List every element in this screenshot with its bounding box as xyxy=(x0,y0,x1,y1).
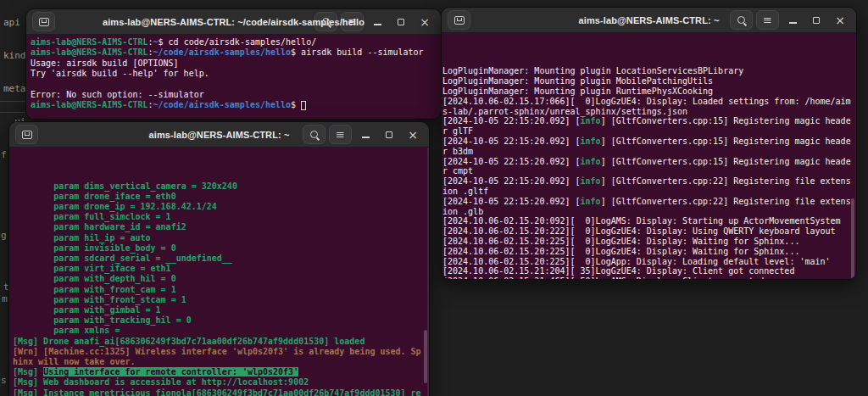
terminal-line: r cmpt xyxy=(444,166,854,176)
terminal-line: LogPluginManager: Mounting plugin Runtim… xyxy=(444,86,854,97)
terminal-line: [Msg] Drone anafi_ai[686306249f3bd7c71aa… xyxy=(13,337,427,347)
terminal-line: param invisible_body = 0 xyxy=(13,243,427,254)
terminal-line: param with_front_cam = 1 xyxy=(13,285,427,295)
hamburger-menu-icon: ≡ xyxy=(336,129,345,140)
terminal-line: param hil_ip = auto xyxy=(13,233,427,243)
terminal-line: [2024.10.06-02.15.21:465][ 50]LogAMS: Di… xyxy=(444,276,854,279)
menu-button[interactable]: ≡ xyxy=(341,12,364,31)
terminal-output[interactable]: aims-lab@NERS-AIMS-CTRL:~$ cd code/airsd… xyxy=(26,35,441,119)
new-tab-button[interactable] xyxy=(448,10,470,30)
terminal-line: Error: No such option: --simulator xyxy=(31,90,439,100)
search-icon xyxy=(322,18,330,25)
search-icon xyxy=(310,131,318,138)
terminal-line: hinx will now take over. xyxy=(13,357,427,367)
terminal-line: ion .glb xyxy=(444,207,854,217)
minimize-icon xyxy=(789,22,797,24)
terminal-line: [2024.10.06-02.15.20:225][ 0]LogGzUE4: D… xyxy=(444,237,854,247)
titlebar[interactable]: aims-lab@NERS-AIMS-CTRL: ~ ≡ × xyxy=(9,122,429,148)
terminal-line: [2024.10.06-02.15.21:204][ 35]LogGzUE4: … xyxy=(444,266,854,276)
menu-button[interactable]: ≡ xyxy=(756,10,779,30)
terminal-line: [2024-10-05 22:15:20.092] [info] [GltfCo… xyxy=(444,137,854,147)
search-icon xyxy=(737,16,745,24)
close-icon: × xyxy=(835,14,845,26)
maximize-button[interactable] xyxy=(379,125,399,144)
terminal-window-sphinx-logs: aims-lab@NERS-AIMS-CTRL: ~ ≡ × LogPlugin… xyxy=(441,7,857,280)
new-tab-icon xyxy=(454,16,465,25)
terminal-line: param virt_iface = eth1 xyxy=(13,264,427,274)
terminal-line: aims-lab@NERS-AIMS-CTRL:~$ cd code/airsd… xyxy=(31,37,439,47)
hamburger-menu-icon: ≡ xyxy=(763,14,772,25)
terminal-line: ion .gltf xyxy=(444,187,854,197)
editor-divider xyxy=(0,112,25,113)
search-button[interactable] xyxy=(303,125,326,144)
terminal-line xyxy=(31,80,439,90)
close-icon: × xyxy=(408,129,418,141)
terminal-line: Try 'airsdk build --help' for help. xyxy=(31,69,439,79)
terminal-line: [Msg] Instance meretricious_fionola[6863… xyxy=(13,388,427,396)
terminal-line: [Msg] Using interface for remote control… xyxy=(13,367,427,377)
terminal-line: param hardware_id = anafi2 xyxy=(13,222,427,232)
terminal-line: LogPluginManager: Mounting plugin Mobile… xyxy=(444,76,854,86)
terminal-line: param with_front_stcam = 1 xyxy=(13,295,427,305)
maximize-icon xyxy=(398,19,404,25)
terminal-line: [2024-10-05 22:15:20.092] [info] [GltfCo… xyxy=(444,116,854,126)
search-button[interactable] xyxy=(314,12,337,31)
editor-text-fragment: f xyxy=(1,149,7,160)
terminal-line: [2024-10-05 22:15:20.092] [info] [GltfCo… xyxy=(444,197,854,207)
terminal-line: [2024.10.06-02.15.20:092][ 0]LogAMS: Dis… xyxy=(444,216,854,226)
new-tab-button[interactable] xyxy=(32,12,55,31)
titlebar[interactable]: aims-lab@NERS-AIMS-CTRL: ~ ≡ × xyxy=(442,8,856,33)
terminal-output[interactable]: param dims_vertical_camera = 320x240 par… xyxy=(9,148,429,396)
editor-text-fragment: g xyxy=(1,230,7,241)
terminal-line: [2024.10.06-02.15.17:066][ 0]LogGzUE4: D… xyxy=(444,97,854,107)
terminal-line: param drone_ip = 192.168.42.1/24 xyxy=(13,202,427,212)
terminal-line: param with_depth_hil = 0 xyxy=(13,274,427,284)
maximize-icon xyxy=(386,131,392,138)
maximize-button[interactable] xyxy=(391,12,411,31)
terminal-window-airsdk: aims-lab@NERS-AIMS-CTRL: ~/code/airsdk-s… xyxy=(25,8,442,120)
terminal-line: r b3dm xyxy=(444,147,854,157)
scrollbar-thumb[interactable] xyxy=(424,330,427,383)
terminal-line: param xmlns = xyxy=(13,326,427,336)
terminal-line: aims-lab@NERS-AIMS-CTRL:~/code/airsdk-sa… xyxy=(31,47,439,58)
terminal-line: param dims_vertical_camera = 320x240 xyxy=(13,181,427,192)
terminal-line: Usage: airsdk build [OPTIONS] xyxy=(31,59,439,69)
new-tab-icon xyxy=(22,131,32,139)
search-button[interactable] xyxy=(730,10,753,30)
minimize-button[interactable] xyxy=(355,125,376,144)
minimize-button[interactable] xyxy=(367,12,387,31)
terminal-output[interactable]: LogPluginManager: Mounting plugin Locati… xyxy=(442,33,856,279)
editor-text-fragment: m xyxy=(2,293,8,304)
terminal-line: [2024.10.06-02.15.20:222][ 0]LogGzUE4: D… xyxy=(444,226,854,237)
terminal-line: param sdcard_serial = __undefined__ xyxy=(13,254,427,264)
terminal-line: param full_simclock = 1 xyxy=(13,212,427,222)
editor-text-fragment: s xyxy=(1,375,7,386)
new-tab-icon xyxy=(39,18,49,26)
close-button[interactable]: × xyxy=(403,125,423,144)
terminal-line: [2024.10.06-02.15.20:225][ 0]LogGzUE4: D… xyxy=(444,247,854,257)
scrollbar-thumb[interactable] xyxy=(851,198,854,279)
terminal-line: r glTF xyxy=(444,126,854,137)
terminal-line: [Msg] Web dashboard is accessible at htt… xyxy=(13,377,427,388)
terminal-line: [2024-10-05 22:15:20.092] [info] [GltfCo… xyxy=(444,176,854,187)
terminal-line: [2024-10-05 22:15:20.092] [info] [GltfCo… xyxy=(444,157,854,167)
new-tab-button[interactable] xyxy=(15,125,38,144)
terminal-line: param with_gimbal = 1 xyxy=(13,305,427,315)
minimize-icon xyxy=(374,24,381,25)
terminal-line: param with_tracking_hil = 0 xyxy=(13,315,427,326)
editor-divider xyxy=(0,101,25,102)
menu-button[interactable]: ≡ xyxy=(329,125,352,144)
maximize-icon xyxy=(813,17,820,24)
terminal-window-drone-sim: aims-lab@NERS-AIMS-CTRL: ~ ≡ × param dim… xyxy=(8,121,430,396)
close-button[interactable]: × xyxy=(830,10,850,30)
terminal-line: aims-lab@NERS-AIMS-CTRL:~/code/airsdk-sa… xyxy=(31,100,439,110)
terminal-line: LogPluginManager: Mounting plugin Locati… xyxy=(444,66,854,76)
close-button[interactable]: × xyxy=(415,12,435,31)
minimize-icon xyxy=(362,137,370,138)
maximize-button[interactable] xyxy=(806,10,826,30)
terminal-line: [2024.10.06-02.15.20:225][ 0]LogApp: Dis… xyxy=(444,257,854,267)
terminal-line: s-lab/.parrot-sphinx/unreal_sphinx/setti… xyxy=(444,107,854,117)
hamburger-menu-icon: ≡ xyxy=(348,16,357,27)
titlebar[interactable]: aims-lab@NERS-AIMS-CTRL: ~/code/airsdk-s… xyxy=(26,9,441,35)
minimize-button[interactable] xyxy=(782,10,803,30)
